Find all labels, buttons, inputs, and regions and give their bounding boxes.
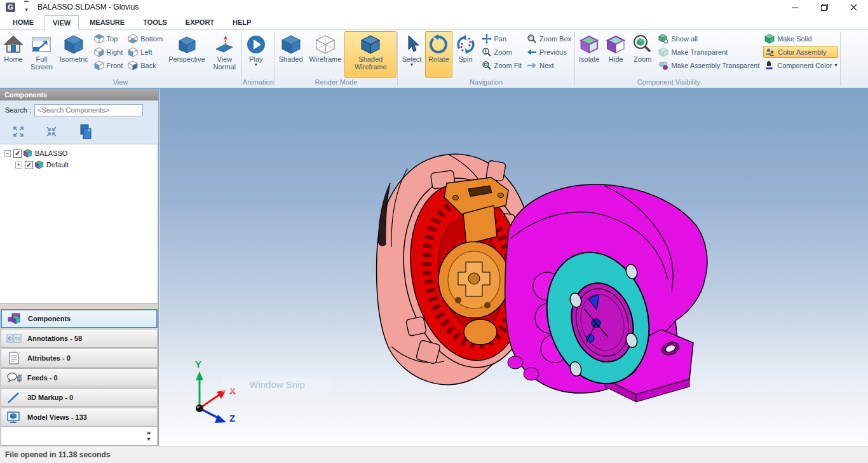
perspective-icon: [177, 34, 197, 55]
collapse-expander-icon[interactable]: −: [4, 150, 11, 157]
window-title: BALASSO.SLDASM - Glovius: [37, 3, 139, 11]
full-screen-button[interactable]: Full Screen: [27, 31, 57, 78]
accordion-model-views[interactable]: Model Views - 133: [1, 408, 158, 427]
accordion-label: Model Views - 133: [27, 413, 87, 421]
right-view-icon: [94, 47, 104, 57]
make-transparent-button[interactable]: Make Transparent: [657, 46, 761, 58]
next-button[interactable]: Next: [526, 59, 573, 71]
accordion-annotations[interactable]: 01 Annotations - 58: [1, 329, 158, 348]
panel-accordion: Components 01 Annotations - 58 Attribute…: [0, 304, 158, 427]
isometric-button[interactable]: Isometric: [57, 31, 92, 78]
collapse-all-icon[interactable]: [46, 126, 57, 137]
search-input[interactable]: [34, 104, 143, 116]
make-solid-button[interactable]: Make Solid: [763, 32, 838, 45]
select-button[interactable]: Select ▾: [398, 31, 425, 78]
checkbox-checked[interactable]: ✓: [13, 149, 22, 158]
bottom-view-button[interactable]: Bottom: [126, 32, 164, 45]
accordion-3d-markup[interactable]: 3D Markup - 0: [1, 388, 158, 407]
zoom-button[interactable]: Zoom: [480, 46, 523, 58]
color-assembly-button[interactable]: Color Assembly: [763, 46, 838, 58]
rotate-button[interactable]: Rotate: [425, 31, 452, 78]
accordion-label: 3D Markup - 0: [27, 394, 73, 401]
quick-access-dropdown-icon[interactable]: ▔▾: [24, 2, 29, 12]
title-bar: G ▔▾ BALASSO.SLDASM - Glovius: [0, 0, 868, 14]
close-button[interactable]: [839, 0, 868, 14]
window-snip-overlay: Window Snip: [222, 377, 332, 392]
viewport-3d[interactable]: Y X Z Window Snip: [159, 89, 868, 446]
home-view-button[interactable]: Home: [0, 31, 27, 78]
component-color-button[interactable]: Component Color ▾: [763, 59, 838, 71]
checkbox-checked[interactable]: ✓: [25, 161, 33, 169]
button-label: Shaded: [279, 55, 303, 63]
tab-tools[interactable]: TOOLS: [135, 15, 175, 29]
ribbon: Home Full Screen Isometric Top Right: [0, 30, 868, 89]
tree-node-label: BALASSO: [35, 149, 67, 157]
back-view-button[interactable]: Back: [126, 59, 164, 71]
components-panel: Components Search : − ✓ BALASSO + ✓ Defa…: [0, 89, 159, 446]
button-label: Isolate: [579, 55, 599, 63]
accordion-components[interactable]: Components: [1, 309, 158, 328]
view-normal-button[interactable]: View Normal: [208, 31, 241, 78]
tab-measure[interactable]: MEASURE: [82, 15, 132, 29]
maximize-button[interactable]: [810, 0, 839, 14]
minimize-button[interactable]: [780, 0, 810, 14]
tree-node-default[interactable]: + ✓ Default: [4, 159, 158, 170]
spin-button[interactable]: Spin: [452, 31, 479, 78]
button-label: Spin: [459, 55, 473, 63]
button-label: Color Assembly: [778, 48, 826, 56]
tab-help[interactable]: HELP: [225, 15, 259, 29]
perspective-button[interactable]: Perspective: [165, 31, 208, 78]
svg-text:01: 01: [15, 336, 20, 342]
show-all-icon: [658, 34, 668, 44]
app-logo: G: [6, 3, 15, 12]
expand-all-icon[interactable]: [13, 126, 24, 137]
color-assembly-icon: [765, 47, 775, 57]
attributes-icon: [6, 352, 22, 364]
button-label: Top: [107, 35, 118, 43]
left-view-button[interactable]: Left: [126, 46, 164, 58]
hide-button[interactable]: Hide: [602, 31, 629, 78]
markup-pen-icon: [6, 391, 22, 404]
zoom-component-button[interactable]: Zoom: [629, 31, 656, 78]
tab-view[interactable]: VIEW: [44, 15, 79, 30]
button-label: Zoom Box: [539, 35, 571, 43]
accordion-feeds[interactable]: Feeds - 0: [1, 368, 158, 387]
button-label: Make Assembly Transparent: [671, 62, 759, 69]
zoom-box-button[interactable]: Zoom Box: [526, 32, 573, 45]
shaded-wireframe-icon: [360, 34, 381, 55]
group-label-component-visibility: Component Visibility: [576, 78, 762, 88]
make-transparent-icon: [658, 47, 668, 57]
play-button[interactable]: Play ▾: [243, 31, 269, 78]
shaded-button[interactable]: Shaded: [276, 31, 306, 78]
zoom-fit-icon: [482, 60, 492, 71]
tree-node-balasso[interactable]: − ✓ BALASSO: [4, 148, 158, 159]
top-view-button[interactable]: Top: [93, 32, 125, 45]
ribbon-group-navigation: Select ▾ Rotate Spin Pan Zoom: [398, 30, 574, 88]
hide-icon: [606, 34, 626, 55]
tab-export[interactable]: EXPORT: [178, 15, 222, 29]
make-assembly-transparent-button[interactable]: Make Assembly Transparent: [657, 59, 761, 71]
expand-expander-icon[interactable]: +: [15, 162, 22, 169]
spin-icon: [456, 34, 476, 55]
pan-button[interactable]: Pan: [480, 32, 523, 45]
components-icon: [7, 312, 22, 325]
full-screen-icon: [31, 34, 51, 55]
zoom-fit-button[interactable]: Zoom Fit: [480, 59, 523, 71]
button-label: Make Transparent: [671, 48, 728, 56]
shaded-wireframe-button[interactable]: Shaded Wireframe: [344, 31, 397, 78]
button-label: Zoom: [494, 48, 512, 56]
overflow-chevron-icon[interactable]: »▾: [147, 430, 151, 442]
show-all-button[interactable]: Show all: [657, 32, 761, 45]
accordion-attributes[interactable]: Attributes - 0: [1, 349, 158, 368]
tree-node-label: Default: [46, 161, 69, 169]
previous-button[interactable]: Previous: [526, 46, 573, 58]
annotations-icon: 01: [6, 333, 22, 344]
tab-home[interactable]: HOME: [5, 15, 41, 29]
copy-icon[interactable]: [79, 124, 93, 139]
group-label-view: View: [0, 78, 241, 88]
group-label-render-mode: Render Mode: [276, 78, 397, 88]
right-view-button[interactable]: Right: [93, 46, 125, 58]
front-view-button[interactable]: Front: [93, 59, 125, 71]
isolate-button[interactable]: Isolate: [576, 31, 602, 78]
wireframe-button[interactable]: Wireframe: [306, 31, 345, 78]
